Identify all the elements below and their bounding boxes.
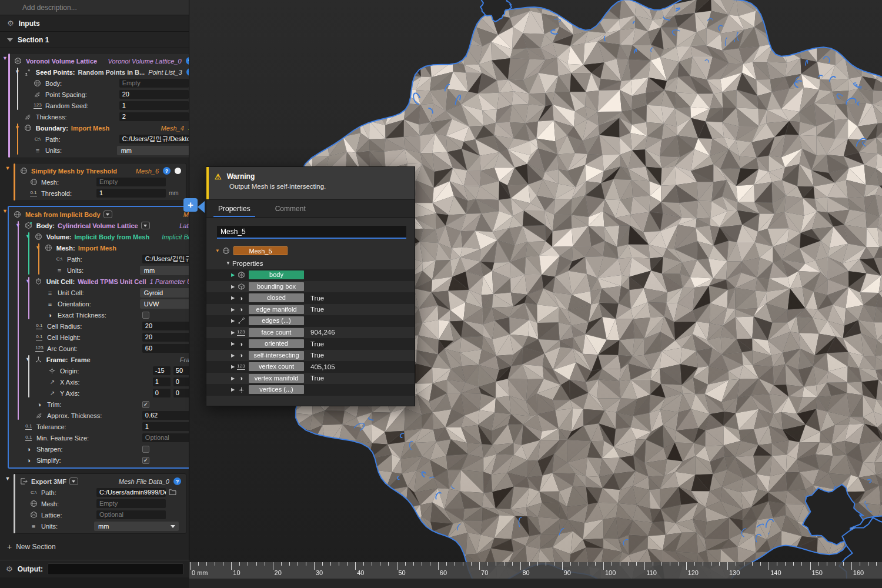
- trim-checkbox[interactable]: ✓: [142, 401, 149, 408]
- arc-count-input[interactable]: 60: [142, 344, 189, 353]
- add-block-button[interactable]: +: [183, 198, 198, 212]
- expand-arrow-icon[interactable]: ▶: [230, 364, 236, 369]
- property-row[interactable]: ▶body: [206, 269, 415, 281]
- block-simplify-mesh[interactable]: ▼ Simplify Mesh by Threshold Mesh_6 ? Me…: [2, 163, 186, 201]
- field-value[interactable]: Frame: [71, 356, 91, 363]
- help-icon[interactable]: ?: [163, 167, 171, 175]
- origin-x-input[interactable]: -15: [153, 366, 171, 375]
- tolerance-input[interactable]: 1: [142, 422, 189, 431]
- tab-properties[interactable]: Properties: [213, 201, 255, 217]
- property-row[interactable]: ▶◑self-intersectingTrue: [206, 350, 415, 362]
- unit-cell-dropdown[interactable]: Gyroid: [140, 288, 189, 298]
- units-dropdown[interactable]: mm: [94, 522, 179, 531]
- xaxis-x-input[interactable]: 1: [153, 377, 171, 386]
- cell-radius-input[interactable]: 20: [142, 322, 189, 330]
- section-row[interactable]: Section 1: [0, 32, 189, 48]
- random-seed-input[interactable]: 1: [119, 101, 189, 110]
- help-icon[interactable]: ?: [186, 68, 189, 76]
- property-chip[interactable]: vertex manifold: [249, 374, 304, 383]
- property-row[interactable]: ▶◑closedTrue: [206, 292, 415, 304]
- property-row[interactable]: ▶vertices (...): [206, 384, 415, 396]
- x-axis-vector-inputs[interactable]: 1 0 0: [153, 377, 189, 386]
- property-chip[interactable]: bounding box: [249, 282, 304, 291]
- new-section-button[interactable]: + New Section: [0, 534, 189, 552]
- folder-icon[interactable]: [169, 489, 176, 495]
- exact-thickness-checkbox[interactable]: [142, 312, 149, 319]
- property-row[interactable]: ▶◑edge manifoldTrue: [206, 304, 415, 316]
- collapse-arrow-icon[interactable]: ▼: [215, 248, 220, 253]
- block-export-3mf[interactable]: ▼ Export 3MF Mesh File Data_0 ? C:\ Path…: [2, 473, 186, 534]
- collapse-arrow-icon[interactable]: ▼: [35, 245, 41, 250]
- collapse-arrow-icon[interactable]: ▼: [15, 69, 20, 75]
- collapse-arrow-icon[interactable]: ▼: [5, 476, 11, 534]
- property-chip[interactable]: vertices (...): [249, 385, 304, 394]
- field-value[interactable]: Implicit Body from Mesh: [74, 233, 149, 240]
- path-input[interactable]: C:/Users/김민규/Desktop: [119, 135, 189, 143]
- field-value[interactable]: Walled TPMS Unit Cell: [78, 278, 146, 285]
- visibility-toggle[interactable]: [175, 168, 181, 174]
- property-row[interactable]: ▶123vertex count405,105: [206, 361, 415, 373]
- property-chip[interactable]: self-intersecting: [249, 351, 304, 360]
- property-row[interactable]: ▶◑vertex manifoldTrue: [206, 373, 415, 385]
- sharpen-checkbox[interactable]: [142, 446, 149, 453]
- root-node-chip[interactable]: Mesh_5: [233, 246, 288, 255]
- export-lattice-input[interactable]: Optional: [96, 510, 166, 519]
- expand-arrow-icon[interactable]: ▶: [230, 307, 236, 312]
- chevron-down-icon[interactable]: [7, 38, 13, 42]
- min-feature-size-input[interactable]: Optional: [142, 433, 189, 442]
- inputs-row[interactable]: ⚙ Inputs: [0, 15, 189, 32]
- field-value[interactable]: Import Mesh: [71, 125, 109, 132]
- property-chip[interactable]: closed: [249, 293, 304, 302]
- chevron-down-icon[interactable]: [69, 477, 78, 485]
- export-path-input[interactable]: C:/Users/admin9999/Des: [96, 488, 166, 497]
- property-row[interactable]: ▶edges (...): [206, 315, 415, 327]
- export-mesh-input[interactable]: Empty: [96, 499, 166, 508]
- property-row[interactable]: ▶◑orientedTrue: [206, 338, 415, 350]
- expand-arrow-icon[interactable]: ▶: [230, 341, 236, 346]
- expand-arrow-icon[interactable]: ▶: [230, 353, 236, 358]
- property-chip[interactable]: edge manifold: [249, 305, 304, 314]
- thickness-input[interactable]: 2: [119, 112, 189, 121]
- simplify-checkbox[interactable]: ✓: [142, 457, 149, 464]
- units-dropdown[interactable]: mm: [140, 266, 189, 275]
- property-chip[interactable]: face count: [249, 328, 304, 337]
- collapse-arrow-icon[interactable]: ▼: [25, 234, 31, 239]
- mesh-input[interactable]: Empty: [96, 178, 166, 186]
- name-field[interactable]: Mesh_5: [217, 226, 406, 239]
- chevron-down-icon[interactable]: [103, 211, 112, 218]
- root-node-row[interactable]: ▼ Mesh_5: [206, 245, 415, 257]
- collapse-arrow-icon[interactable]: ▼: [225, 260, 231, 266]
- expand-arrow-icon[interactable]: ▶: [230, 318, 236, 323]
- property-row[interactable]: ▶123face count904,246: [206, 327, 415, 339]
- yaxis-x-input[interactable]: 0: [153, 389, 171, 397]
- collapse-arrow-icon[interactable]: ▼: [25, 357, 31, 362]
- threshold-input[interactable]: 1: [96, 189, 166, 198]
- expand-arrow-icon[interactable]: ▶: [230, 272, 236, 278]
- help-icon[interactable]: ?: [173, 477, 181, 485]
- field-value[interactable]: Cylindrical Volume Lattice: [58, 222, 138, 229]
- expand-arrow-icon[interactable]: ▶: [230, 387, 236, 392]
- property-chip[interactable]: body: [249, 270, 304, 279]
- origin-y-input[interactable]: 50: [173, 366, 189, 375]
- approx-thickness-input[interactable]: 0.62: [142, 411, 189, 420]
- path-input[interactable]: C:/Users/김민규/Desktop: [142, 255, 189, 263]
- block-mesh-from-implicit-body[interactable]: ▼ Mesh from Implicit Body Mesh_5 ⚠ ▼ Bod…: [2, 206, 186, 469]
- xaxis-y-input[interactable]: 0: [173, 377, 189, 386]
- point-spacing-input[interactable]: 20: [119, 90, 189, 99]
- body-input[interactable]: Empty: [119, 79, 189, 88]
- property-row[interactable]: ▶bounding box: [206, 281, 415, 293]
- tab-comment[interactable]: Comment: [270, 201, 310, 217]
- expand-arrow-icon[interactable]: ▶: [230, 284, 236, 289]
- y-axis-vector-inputs[interactable]: 0 0 45: [153, 389, 189, 397]
- output-input[interactable]: [48, 563, 183, 575]
- expand-arrow-icon[interactable]: ▶: [230, 295, 236, 300]
- property-chip[interactable]: vertex count: [249, 362, 304, 371]
- orientation-dropdown[interactable]: UVW: [140, 299, 189, 309]
- expand-arrow-icon[interactable]: ▶: [230, 330, 236, 335]
- yaxis-y-input[interactable]: 0: [173, 389, 189, 397]
- collapse-arrow-icon[interactable]: ▼: [2, 56, 8, 158]
- properties-group-row[interactable]: ▼ Properties: [206, 257, 415, 269]
- origin-vector-inputs[interactable]: -15 50 185: [153, 366, 189, 375]
- help-icon[interactable]: ?: [186, 57, 189, 65]
- property-chip[interactable]: edges (...): [249, 316, 304, 325]
